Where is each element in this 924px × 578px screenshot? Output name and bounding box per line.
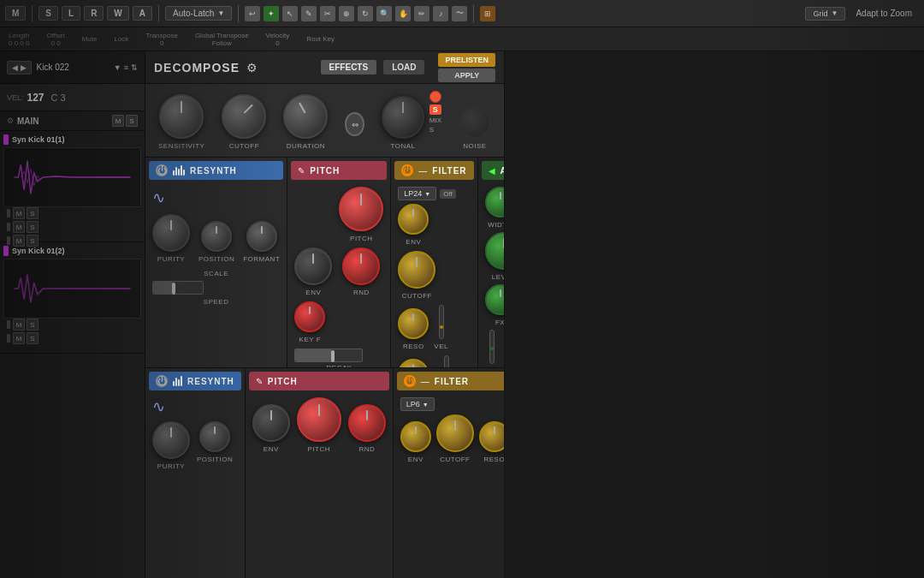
prelisten-section: PRELISTEN APPLY	[438, 53, 495, 82]
latch-icon[interactable]: ↩	[245, 6, 260, 21]
mix-label: MIX	[429, 116, 441, 124]
filter-line-icon: —	[418, 166, 427, 176]
env-knob-pitch[interactable]	[294, 247, 332, 285]
loop-icon[interactable]: ↻	[358, 6, 373, 21]
cutoff-filter2-knob[interactable]	[436, 414, 474, 452]
sub-mute-2[interactable]: M	[13, 221, 25, 233]
r-button[interactable]: R	[84, 6, 104, 21]
filter-type-badge-2[interactable]: LP6 ▼	[400, 397, 435, 411]
formant-knob[interactable]	[246, 221, 277, 252]
solo-button[interactable]: S	[126, 115, 138, 127]
filter-power-1[interactable]: ⏻	[401, 164, 413, 176]
effects-button[interactable]: EFFECTS	[321, 60, 377, 74]
decay-filter-slider[interactable]	[444, 355, 449, 367]
width-knob[interactable]	[485, 187, 504, 217]
purity-knob[interactable]	[152, 214, 190, 252]
scissors-icon[interactable]: ✂	[320, 6, 335, 21]
keyf-decay-row: KEY F	[294, 301, 383, 343]
env-filter2-knob[interactable]	[400, 421, 431, 452]
snap-icon[interactable]: ⊞	[480, 6, 495, 21]
cutoff-knob[interactable]	[222, 94, 266, 139]
length-header: Length 0 0 0 0	[9, 32, 29, 47]
top-toolbar: M S L R W A Auto-Latch ▼ ↩ ✦ ↖ ✎ ✂ ⊕ ↻ 🔍…	[0, 0, 924, 27]
duration-knob[interactable]	[283, 94, 328, 139]
adapt-zoom-text: Adapt to Zoom	[856, 9, 912, 18]
speaker-icon[interactable]: ♪	[433, 6, 448, 21]
draw-icon[interactable]: ✏	[414, 6, 429, 21]
sort-icon[interactable]: ⇅	[131, 63, 138, 72]
l-button[interactable]: L	[62, 6, 80, 21]
pitch2-edit-icon: ✎	[256, 377, 263, 386]
fx-knob[interactable]	[485, 284, 504, 315]
pencil-icon[interactable]: ✎	[301, 6, 317, 21]
purity2-knob[interactable]	[152, 421, 190, 459]
tonal-knob[interactable]	[382, 96, 424, 139]
pos2-knob[interactable]	[199, 421, 230, 452]
sub-solo-2[interactable]: S	[27, 221, 38, 233]
sub-mute-5[interactable]: M	[13, 332, 25, 344]
menu-icon[interactable]: ≡	[124, 63, 128, 72]
decay-slider-1[interactable]	[294, 349, 363, 362]
apply-button[interactable]: APPLY	[438, 69, 495, 82]
noise-knob[interactable]	[459, 106, 491, 139]
sub-indicator	[7, 209, 10, 217]
reso-filter-knob[interactable]	[398, 308, 429, 339]
midi-icon[interactable]: ✦	[264, 6, 279, 21]
prelisten-button[interactable]: PRELISTEN	[438, 53, 495, 67]
wave-shape-2-icon[interactable]: ∿	[152, 397, 238, 416]
reso-filter2-knob[interactable]	[479, 421, 504, 452]
level-knob[interactable]	[485, 232, 504, 270]
sub-solo-1[interactable]: S	[27, 207, 38, 219]
position-knob[interactable]	[201, 221, 232, 252]
link-icon[interactable]: ⇔	[345, 112, 364, 136]
hand-icon[interactable]: ✋	[395, 6, 411, 21]
sub-mute-4[interactable]: M	[13, 319, 25, 331]
wave-shape-icon[interactable]: ∿	[152, 188, 165, 207]
cutoff-filter-knob[interactable]	[398, 251, 435, 289]
vel-note-panel: VEL: 127 C 3	[0, 84, 145, 111]
resynth-power-1[interactable]: ⏻	[156, 164, 168, 176]
pitch-main-knob[interactable]	[339, 187, 383, 231]
cutoff-filter2-group: CUTOFF	[436, 414, 474, 463]
adapt-zoom-label: Adapt to Zoom	[849, 7, 919, 20]
keyf2-knob[interactable]	[398, 359, 429, 367]
mute-button[interactable]: M	[112, 115, 124, 127]
env-filter-knob[interactable]	[398, 204, 429, 235]
resynth-power-2[interactable]: ⏻	[156, 375, 168, 387]
mode-button[interactable]: M	[5, 6, 26, 21]
sub-mute-1[interactable]: M	[13, 207, 25, 219]
reso-filter2-group: RESO	[479, 421, 504, 463]
load-button[interactable]: LOAD	[383, 60, 424, 74]
keyf-knob[interactable]	[294, 301, 325, 332]
w-button[interactable]: W	[107, 6, 128, 21]
reso-filter-group: RESO	[398, 308, 429, 350]
vel-amp-slider[interactable]	[489, 330, 495, 364]
tonal-red-dot	[429, 91, 441, 103]
glue-icon[interactable]: ⊕	[339, 6, 354, 21]
gear-settings-icon[interactable]: ⚙	[7, 116, 14, 125]
sensitivity-knob[interactable]	[159, 94, 204, 139]
rnd-knob[interactable]	[342, 247, 380, 285]
length-value: 0 0 0 0	[9, 39, 29, 47]
a-button[interactable]: A	[133, 6, 152, 21]
key-f-label: KEY F	[299, 336, 321, 343]
offset-label: Offset	[46, 32, 64, 39]
sub-solo-5[interactable]: S	[27, 332, 38, 344]
nav-back-button[interactable]: ◀ ▶	[7, 61, 32, 74]
env2-knob[interactable]	[252, 404, 290, 442]
rnd2-knob[interactable]	[348, 404, 386, 442]
grid-dropdown[interactable]: Grid ▼	[805, 7, 845, 21]
vel-filter-slider[interactable]	[439, 305, 444, 339]
s-button[interactable]: S	[38, 6, 58, 21]
sub-solo-4[interactable]: S	[27, 319, 38, 331]
auto-latch-dropdown[interactable]: Auto-Latch ▼	[165, 6, 232, 21]
pitch2-main-knob[interactable]	[297, 397, 341, 442]
filter-type-badge-1[interactable]: LP24 ▼	[398, 187, 436, 200]
wave2-icon[interactable]: 〜	[452, 6, 467, 21]
arrow-icon[interactable]: ↖	[282, 6, 298, 21]
filter-power-2[interactable]: ⏻	[404, 375, 416, 387]
scale-slider[interactable]	[152, 281, 204, 295]
decompose-settings-icon[interactable]: ⚙	[246, 61, 258, 74]
expand-icon[interactable]: ▼	[114, 63, 121, 72]
zoom-icon[interactable]: 🔍	[376, 6, 392, 21]
